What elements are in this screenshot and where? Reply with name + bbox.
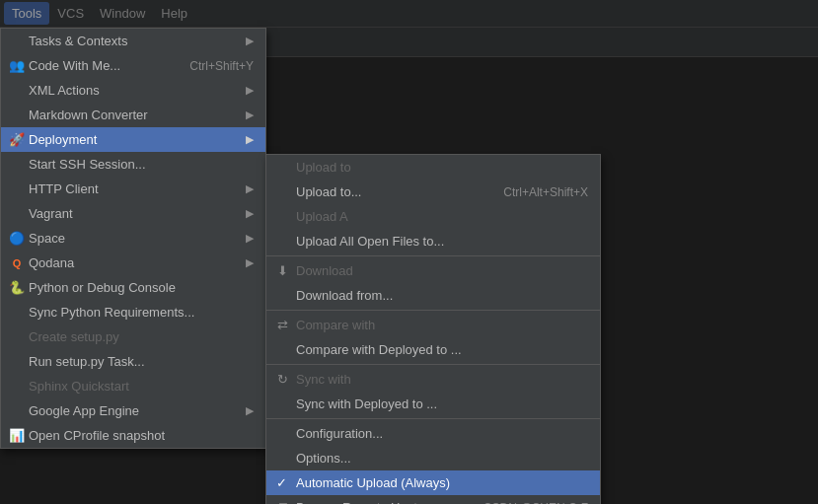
http-arrow: ▶ — [246, 182, 254, 195]
upload-a-label: Upload A — [296, 209, 348, 224]
markdown-label: Markdown Converter — [29, 108, 148, 122]
download-icon: ⬇ — [274, 263, 290, 278]
compare-with-label: Compare with — [296, 318, 375, 332]
menu-item-open-cprofile[interactable]: 📊 Open CProfile snapshot — [1, 423, 265, 448]
auto-upload-check: ✓ — [276, 475, 287, 490]
sync-python-label: Sync Python Requirements... — [29, 305, 194, 320]
menu-item-deployment[interactable]: 🚀 Deployment ▶ — [1, 127, 265, 152]
space-label: Space — [29, 231, 65, 246]
deploy-separator-4 — [266, 418, 600, 419]
menu-item-space[interactable]: 🔵 Space ▶ — [1, 226, 265, 251]
vagrant-arrow: ▶ — [246, 207, 254, 220]
xml-actions-label: XML Actions — [29, 83, 100, 98]
compare-icon: ⇄ — [274, 318, 290, 332]
compare-deployed-label: Compare with Deployed to ... — [296, 342, 462, 357]
download-from-label: Download from... — [296, 288, 393, 303]
menu-item-vagrant[interactable]: Vagrant ▶ — [1, 201, 265, 226]
browse-remote-icon: 🖥 — [274, 500, 290, 504]
qodana-icon: Q — [9, 257, 25, 269]
sphinx-label: Sphinx Quickstart — [29, 379, 129, 394]
vagrant-label: Vagrant — [29, 206, 73, 221]
python-debug-icon: 🐍 — [9, 280, 25, 295]
menu-item-qodana[interactable]: Q Qodana ▶ — [1, 251, 265, 275]
sync-with-label: Sync with — [296, 372, 351, 387]
google-app-label: Google App Engine — [29, 403, 139, 418]
deploy-menu-item-upload-all-open[interactable]: Upload All Open Files to... — [266, 229, 600, 253]
upload-to-shortcut: Ctrl+Alt+Shift+X — [503, 185, 588, 199]
open-cprofile-label: Open CProfile snapshot — [29, 428, 165, 443]
deploy-menu-item-sync-deployed[interactable]: Sync with Deployed to ... — [266, 392, 600, 416]
deployment-menu: Upload to Upload to... Ctrl+Alt+Shift+X … — [265, 154, 601, 504]
deploy-separator-3 — [266, 364, 600, 365]
upload-to-label: Upload to... — [296, 184, 362, 199]
menu-item-sync-python[interactable]: Sync Python Requirements... — [1, 300, 265, 324]
space-icon: 🔵 — [9, 231, 25, 246]
configuration-label: Configuration... — [296, 426, 383, 441]
deploy-menu-item-auto-upload[interactable]: ✓ Automatic Upload (Always) — [266, 470, 600, 495]
ssh-label: Start SSH Session... — [29, 157, 146, 172]
python-debug-label: Python or Debug Console — [29, 280, 176, 295]
tasks-arrow: ▶ — [246, 35, 254, 47]
sync-icon: ↻ — [274, 372, 290, 387]
deploy-separator-1 — [266, 255, 600, 256]
qodana-arrow: ▶ — [246, 256, 254, 269]
menu-item-http-client[interactable]: HTTP Client ▶ — [1, 177, 265, 201]
run-setup-label: Run setup.py Task... — [29, 354, 145, 369]
deploy-menu-item-browse-remote[interactable]: 🖥 Browse Remote Host CSDN @SHEN,Q.F — [266, 495, 600, 504]
sync-deployed-label: Sync with Deployed to ... — [296, 396, 437, 411]
menu-item-markdown[interactable]: Markdown Converter ▶ — [1, 103, 265, 127]
space-arrow: ▶ — [246, 232, 254, 245]
deploy-menu-item-options[interactable]: Options... — [266, 446, 600, 470]
auto-upload-label: Automatic Upload (Always) — [296, 475, 450, 490]
http-client-label: HTTP Client — [29, 181, 99, 196]
create-setup-label: Create setup.py — [29, 329, 119, 344]
upload-to-disabled-label: Upload to — [296, 160, 351, 175]
upload-all-open-label: Upload All Open Files to... — [296, 234, 444, 249]
deploy-menu-item-download: ⬇ Download — [266, 258, 600, 283]
menu-item-python-debug[interactable]: 🐍 Python or Debug Console — [1, 275, 265, 300]
menu-item-google-app[interactable]: Google App Engine ▶ — [1, 398, 265, 423]
code-with-me-shortcut: Ctrl+Shift+Y — [189, 59, 254, 73]
deploy-menu-item-upload-to-disabled: Upload to — [266, 155, 600, 180]
qodana-label: Qodana — [29, 255, 74, 270]
browse-remote-label: Browse Remote Host — [296, 500, 417, 504]
deployment-icon: 🚀 — [9, 132, 25, 147]
menu-item-xml-actions[interactable]: XML Actions ▶ — [1, 78, 265, 103]
code-with-me-label: Code With Me... — [29, 58, 120, 73]
xml-arrow: ▶ — [246, 84, 254, 97]
google-app-arrow: ▶ — [246, 404, 254, 417]
markdown-arrow: ▶ — [246, 108, 254, 121]
options-label: Options... — [296, 451, 351, 466]
deploy-menu-item-compare-with: ⇄ Compare with — [266, 313, 600, 337]
deployment-arrow: ▶ — [246, 133, 254, 146]
deploy-menu-item-upload-a: Upload A — [266, 204, 600, 229]
deploy-menu-item-sync-with: ↻ Sync with — [266, 367, 600, 392]
menu-item-sphinx: Sphinx Quickstart — [1, 374, 265, 398]
deploy-menu-item-download-from[interactable]: Download from... — [266, 283, 600, 308]
deployment-label: Deployment — [29, 132, 97, 147]
download-label: Download — [296, 263, 353, 278]
menu-item-create-setup: Create setup.py — [1, 324, 265, 349]
tasks-label: Tasks & Contexts — [29, 34, 127, 48]
deploy-menu-item-upload-to[interactable]: Upload to... Ctrl+Alt+Shift+X — [266, 180, 600, 204]
deploy-menu-item-configuration[interactable]: Configuration... — [266, 421, 600, 446]
cprofile-icon: 📊 — [9, 428, 25, 443]
menu-item-run-setup[interactable]: Run setup.py Task... — [1, 349, 265, 374]
code-with-me-icon: 👥 — [9, 58, 25, 73]
deploy-separator-2 — [266, 310, 600, 311]
menu-item-tasks[interactable]: Tasks & Contexts ▶ — [1, 29, 265, 53]
menu-item-code-with-me[interactable]: 👥 Code With Me... Ctrl+Shift+Y — [1, 53, 265, 78]
browse-remote-shortcut: CSDN @SHEN,Q.F — [483, 501, 588, 505]
deploy-menu-item-compare-deployed[interactable]: Compare with Deployed to ... — [266, 337, 600, 362]
tools-menu: Tasks & Contexts ▶ 👥 Code With Me... Ctr… — [0, 28, 266, 449]
menu-item-ssh[interactable]: Start SSH Session... — [1, 152, 265, 177]
